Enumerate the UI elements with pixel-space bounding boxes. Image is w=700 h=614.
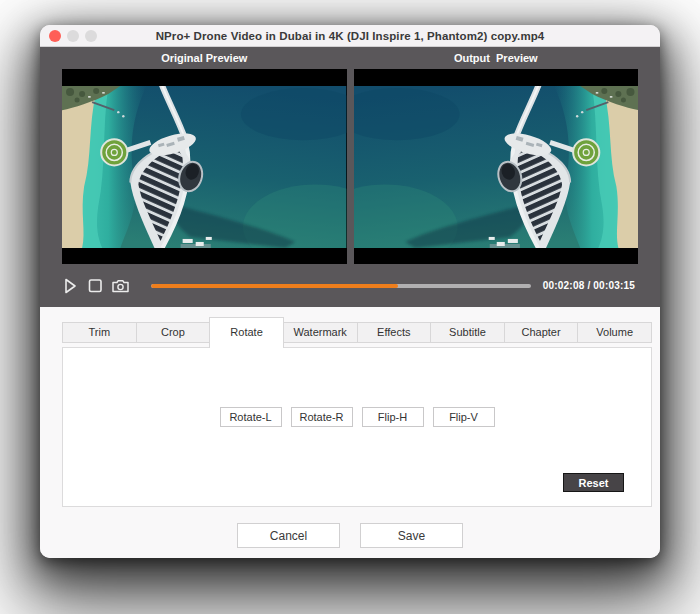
- minimize-button[interactable]: [67, 30, 79, 42]
- tab-volume[interactable]: Volume: [577, 322, 652, 343]
- tab-bar: TrimCropRotateWatermarkEffectsSubtitleCh…: [62, 322, 652, 348]
- screen: NPro+ Drone Video in Dubai in 4K (DJI In…: [0, 0, 700, 614]
- original-preview-video: [62, 69, 347, 264]
- progress-fill: [151, 284, 398, 288]
- snapshot-button[interactable]: [111, 277, 130, 295]
- tab-watermark[interactable]: Watermark: [283, 322, 358, 343]
- drone-scene-image: [62, 86, 347, 248]
- time-display: 00:02:08 / 00:03:15: [543, 280, 635, 291]
- rotate-buttons-row: Rotate-LRotate-RFlip-HFlip-V: [63, 407, 651, 427]
- output-preview-video: [354, 69, 639, 264]
- titlebar: NPro+ Drone Video in Dubai in 4K (DJI In…: [40, 25, 660, 47]
- stop-button[interactable]: [87, 277, 103, 295]
- zoom-button[interactable]: [85, 30, 97, 42]
- window-title: NPro+ Drone Video in Dubai in 4K (DJI In…: [156, 30, 545, 42]
- preview-section: Original Preview Output Preview: [40, 47, 660, 307]
- rotate-l-button[interactable]: Rotate-L: [220, 407, 282, 427]
- tab-effects[interactable]: Effects: [357, 322, 432, 343]
- tab-crop[interactable]: Crop: [136, 322, 211, 343]
- camera-snapshot-icon: [111, 277, 130, 295]
- tab-chapter[interactable]: Chapter: [504, 322, 579, 343]
- rotate-r-button[interactable]: Rotate-R: [291, 407, 353, 427]
- play-icon: [62, 277, 79, 295]
- rotate-panel: Rotate-LRotate-RFlip-HFlip-V Reset: [62, 347, 652, 507]
- flip-v-button[interactable]: Flip-V: [433, 407, 495, 427]
- editor-section: TrimCropRotateWatermarkEffectsSubtitleCh…: [40, 307, 660, 558]
- tab-subtitle[interactable]: Subtitle: [430, 322, 505, 343]
- save-button[interactable]: Save: [360, 523, 463, 548]
- cancel-button[interactable]: Cancel: [237, 523, 340, 548]
- flip-h-button[interactable]: Flip-H: [362, 407, 424, 427]
- traffic-lights: [49, 30, 97, 42]
- stop-icon: [87, 277, 103, 295]
- output-preview-label: Output Preview: [354, 52, 639, 64]
- play-button[interactable]: [62, 277, 79, 295]
- footer-buttons: Cancel Save: [40, 523, 660, 548]
- player-controls: 00:02:08 / 00:03:15: [40, 264, 660, 307]
- seek-bar[interactable]: [151, 284, 531, 288]
- original-preview-label: Original Preview: [62, 52, 347, 64]
- drone-scene-image-mirrored: [354, 86, 639, 248]
- close-button[interactable]: [49, 30, 61, 42]
- app-window: NPro+ Drone Video in Dubai in 4K (DJI In…: [40, 25, 660, 558]
- tab-trim[interactable]: Trim: [62, 322, 137, 343]
- reset-button[interactable]: Reset: [563, 473, 624, 492]
- tab-rotate[interactable]: Rotate: [209, 317, 284, 348]
